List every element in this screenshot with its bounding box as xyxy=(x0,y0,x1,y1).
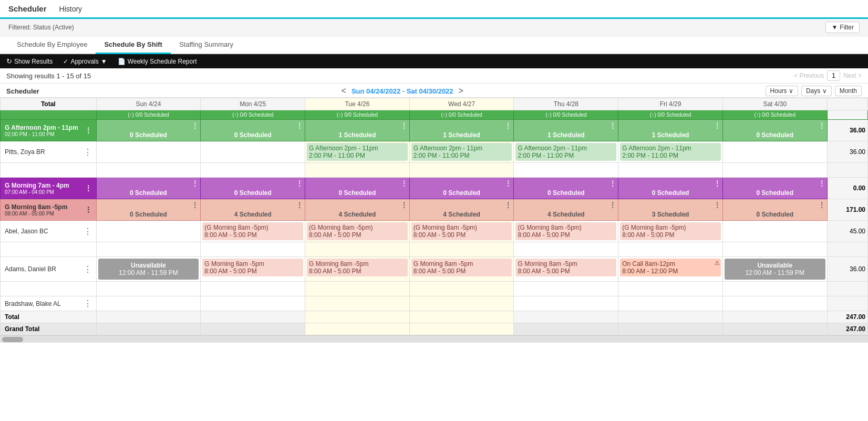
date-nav: < Sun 04/24/2022 - Sat 04/30/2022 > xyxy=(342,86,463,96)
header-wed: Wed 4/27 xyxy=(409,98,514,110)
abel-thu[interactable]: (G Morning 8am -5pm) 8:00 AM - 5:00 PM xyxy=(514,221,618,242)
morning7-wed-scheduled: ⋮ 0 Scheduled xyxy=(409,178,514,199)
afternoon-shift-name-cell[interactable]: G Afternoon 2pm - 11pm 02:00 PM - 11:00 … xyxy=(1,120,97,141)
total-row: Total 247.00 xyxy=(1,311,868,323)
afternoon-mon-dots[interactable]: ⋮ xyxy=(296,122,303,129)
pitts-sat[interactable] xyxy=(722,141,827,163)
pitts-dots-icon[interactable]: ⋮ xyxy=(84,147,92,157)
abel-total: 45.00 xyxy=(827,221,867,242)
approvals-button[interactable]: ✓ Approvals ▼ xyxy=(63,58,107,65)
bradshaw-name-cell: Bradshaw, Blake AL ⋮ xyxy=(1,296,97,311)
morning8-wed-dots[interactable]: ⋮ xyxy=(505,201,511,209)
next-button[interactable]: Next > xyxy=(843,72,862,79)
pitts-fri[interactable]: G Afternoon 2pm - 11pm 2:00 PM - 11:00 P… xyxy=(618,141,723,163)
abel-wed-shift: (G Morning 8am -5pm) 8:00 AM - 5:00 PM xyxy=(411,222,512,240)
bradshaw-dots-icon[interactable]: ⋮ xyxy=(84,299,92,309)
adams-tue[interactable]: G Morning 8am -5pm 8:00 AM - 5:00 PM xyxy=(305,257,410,282)
show-results-button[interactable]: ↻ Show Results xyxy=(6,57,53,65)
previous-button[interactable]: < Previous xyxy=(794,72,824,79)
adams-mon[interactable]: G Morning 8am -5pm 8:00 AM - 5:00 PM xyxy=(201,257,305,282)
grand-total-row: Grand Total 247.00 xyxy=(1,323,868,335)
abel-wed[interactable]: (G Morning 8am -5pm) 8:00 AM - 5:00 PM xyxy=(409,221,514,242)
abel-mon-shift: (G Morning 8am -5pm) 8:00 AM - 5:00 PM xyxy=(202,222,303,240)
adams-sun[interactable]: Unavailable 12:00 AM - 11:59 PM xyxy=(96,257,201,282)
adams-sat[interactable]: Unavailable 12:00 AM - 11:59 PM xyxy=(722,257,827,282)
afternoon-thu-scheduled: ⋮ 1 Scheduled xyxy=(514,120,618,141)
above-total xyxy=(827,110,867,120)
morning7-sat-dots[interactable]: ⋮ xyxy=(819,180,825,187)
morning7-thu-dots[interactable]: ⋮ xyxy=(609,180,616,187)
top-bar: Scheduler History xyxy=(0,0,868,19)
tab-staffing[interactable]: Staffing Summary xyxy=(171,36,242,54)
morning7-wed-dots[interactable]: ⋮ xyxy=(505,180,511,187)
above-tue: (↑) 0/0 Scheduled xyxy=(305,110,410,120)
afternoon-sun-dots[interactable]: ⋮ xyxy=(192,122,198,129)
pitts-mon[interactable] xyxy=(201,141,305,163)
morning7-mon-dots[interactable]: ⋮ xyxy=(296,180,303,187)
filter-status-text: Filtered: Status (Active) xyxy=(8,24,74,31)
afternoon-thu-dots[interactable]: ⋮ xyxy=(609,122,616,129)
pitts-tue[interactable]: G Afternoon 2pm - 11pm 2:00 PM - 11:00 P… xyxy=(305,141,410,163)
adams-wed-shift: G Morning 8am -5pm 8:00 AM - 5:00 PM xyxy=(411,259,512,276)
abel-sun[interactable] xyxy=(96,221,201,242)
doc-icon: 📄 xyxy=(118,58,126,65)
abel-thu-shift: (G Morning 8am -5pm) 8:00 AM - 5:00 PM xyxy=(515,222,616,240)
scheduler-tab[interactable]: Scheduler xyxy=(8,4,47,13)
morning8-tue-dots[interactable]: ⋮ xyxy=(401,201,407,209)
results-text: Showing results 1 - 15 of 15 xyxy=(6,72,91,80)
afternoon-tue-dots[interactable]: ⋮ xyxy=(401,122,407,129)
pagination: < Previous 1 Next > xyxy=(794,70,862,81)
tab-by-shift[interactable]: Schedule By Shift xyxy=(96,36,171,54)
pitts-thu[interactable]: G Afternoon 2pm - 11pm 2:00 PM - 11:00 P… xyxy=(514,141,618,163)
view-controls: Hours ∨ Days ∨ Month xyxy=(766,86,862,96)
abel-dots-icon[interactable]: ⋮ xyxy=(84,227,92,237)
next-date-btn[interactable]: > xyxy=(459,86,463,96)
pitts-wed-shift: G Afternoon 2pm - 11pm 2:00 PM - 11:00 P… xyxy=(411,143,512,161)
morning7-sun-dots[interactable]: ⋮ xyxy=(192,180,198,187)
adams-fri[interactable]: On Call 8am-12pm 8:00 AM - 12:00 PM ⚠ xyxy=(618,257,723,282)
morning7-dots-icon[interactable]: ⋮ xyxy=(85,184,92,192)
afternoon-sat-dots[interactable]: ⋮ xyxy=(819,122,825,129)
abel-tue[interactable]: (G Morning 8am -5pm) 8:00 AM - 5:00 PM xyxy=(305,221,410,242)
scheduler-label: Scheduler xyxy=(6,87,39,95)
scrollbar-thumb[interactable] xyxy=(2,337,23,342)
morning7-fri-dots[interactable]: ⋮ xyxy=(714,180,720,187)
adams-thu[interactable]: G Morning 8am -5pm 8:00 AM - 5:00 PM xyxy=(514,257,618,282)
abel-mon[interactable]: (G Morning 8am -5pm) 8:00 AM - 5:00 PM xyxy=(201,221,305,242)
toolbar: ↻ Show Results ✓ Approvals ▼ 📄 Weekly Sc… xyxy=(0,54,868,68)
tab-by-employee[interactable]: Schedule By Employee xyxy=(8,36,96,54)
morning8-mon-dots[interactable]: ⋮ xyxy=(296,201,303,209)
prev-date-btn[interactable]: < xyxy=(342,86,346,96)
pitts-thu-shift: G Afternoon 2pm - 11pm 2:00 PM - 11:00 P… xyxy=(515,143,616,161)
adams-dots-icon[interactable]: ⋮ xyxy=(84,264,92,274)
morning8-dots-icon[interactable]: ⋮ xyxy=(85,206,92,214)
abel-fri[interactable]: (G Morning 8am -5pm) 8:00 AM - 5:00 PM xyxy=(618,221,723,242)
pitts-sun[interactable] xyxy=(96,141,201,163)
afternoon-total: 36.00 xyxy=(827,120,867,141)
morning7-shift-name-cell[interactable]: G Morning 7am - 4pm 07:00 AM - 04:00 PM … xyxy=(1,178,97,199)
morning7-fri-scheduled: ⋮ 0 Scheduled xyxy=(618,178,723,199)
grand-total-value: 247.00 xyxy=(827,323,867,335)
history-tab[interactable]: History xyxy=(59,5,82,13)
morning8-sun-dots[interactable]: ⋮ xyxy=(192,201,198,209)
morning8-fri-dots[interactable]: ⋮ xyxy=(714,201,720,209)
filter-button[interactable]: ▼ Filter xyxy=(825,22,860,33)
adams-sat-unavailable: Unavailable 12:00 AM - 11:59 PM xyxy=(725,259,825,280)
bottom-scrollbar[interactable] xyxy=(0,335,868,343)
days-button[interactable]: Days ∨ xyxy=(801,86,832,96)
hours-button[interactable]: Hours ∨ xyxy=(766,86,798,96)
afternoon-wed-dots[interactable]: ⋮ xyxy=(505,122,511,129)
pitts-wed[interactable]: G Afternoon 2pm - 11pm 2:00 PM - 11:00 P… xyxy=(409,141,514,163)
morning7-total: 0.00 xyxy=(827,178,867,199)
morning8-thu-dots[interactable]: ⋮ xyxy=(609,201,616,209)
abel-sat[interactable] xyxy=(722,221,827,242)
morning7-tue-dots[interactable]: ⋮ xyxy=(401,180,407,187)
afternoon-fri-dots[interactable]: ⋮ xyxy=(714,122,720,129)
morning8-sat-dots[interactable]: ⋮ xyxy=(819,201,825,209)
weekly-report-button[interactable]: 📄 Weekly Schedule Report xyxy=(118,58,197,65)
afternoon-dots-icon[interactable]: ⋮ xyxy=(85,126,92,135)
adams-wed[interactable]: G Morning 8am -5pm 8:00 AM - 5:00 PM xyxy=(409,257,514,282)
month-button[interactable]: Month xyxy=(835,86,862,96)
morning8-shift-name-cell[interactable]: G Morning 8am -5pm 08:00 AM - 05:00 PM ⋮ xyxy=(1,199,97,221)
employee-row-pitts: Pitts, Zoya BR ⋮ G Afternoon 2pm - 11pm … xyxy=(1,141,868,163)
